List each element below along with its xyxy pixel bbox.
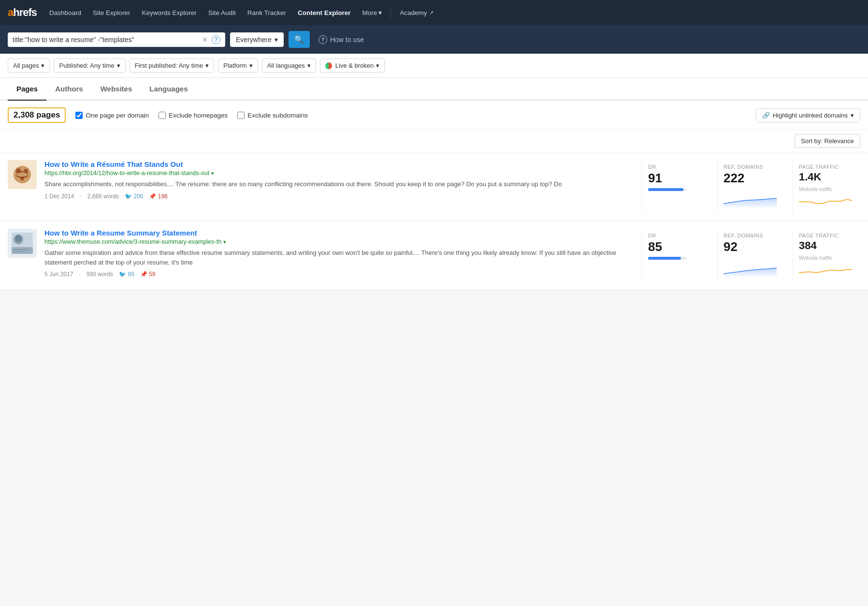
tab-languages[interactable]: Languages [141, 78, 196, 101]
page-traffic-chart-2 [799, 261, 852, 278]
chevron-down-icon: ▾ [376, 62, 379, 69]
result-desc-1: Share accomplishments, not responsibilit… [44, 179, 634, 189]
svg-point-10 [15, 235, 22, 242]
location-label: Everywhere [236, 36, 272, 44]
exclude-subdomains-label: Exclude subdomains [247, 112, 308, 119]
svg-rect-13 [14, 251, 23, 252]
location-dropdown[interactable]: Everywhere ▾ [230, 32, 284, 47]
help-icon[interactable]: ? [212, 35, 220, 44]
ref-domains-value-2: 92 [723, 240, 779, 253]
filter-languages[interactable]: All languages ▾ [262, 59, 316, 73]
nav-divider [391, 7, 391, 18]
how-to-use-link[interactable]: ? How to use [318, 35, 364, 44]
result-url-text-2[interactable]: https://www.themuse.com/advice/3-resume-… [44, 238, 221, 245]
highlight-label: Highlight unlinked domains [773, 112, 848, 119]
nav-content-explorer[interactable]: Content Explorer [293, 6, 356, 19]
website-traffic-label-2: Website traffic [799, 255, 854, 261]
pages-count: 2,308 pages [8, 107, 66, 123]
sort-button[interactable]: Sort by: Relevance [795, 134, 860, 148]
result-meta-1: 1 Dec 2014 · 2,666 words 🐦 206 📌 196 [44, 193, 634, 200]
clear-icon[interactable]: ✕ [202, 36, 208, 44]
ref-domains-metric-2: Ref. domains 92 [717, 229, 785, 281]
exclude-subdomains-checkbox[interactable] [237, 112, 245, 119]
ref-domains-label-2: Ref. domains [723, 233, 779, 238]
nav-site-explorer[interactable]: Site Explorer [88, 6, 135, 19]
filter-all-pages[interactable]: All pages ▾ [8, 59, 50, 73]
thumbnail-image-2 [8, 229, 37, 258]
tab-authors[interactable]: Authors [46, 78, 92, 101]
filter-live-broken[interactable]: Live & broken ▾ [320, 59, 385, 73]
nav-dashboard[interactable]: Dashboard [44, 6, 86, 19]
svg-point-1 [14, 166, 31, 183]
svg-rect-12 [14, 249, 28, 250]
result-twitter-2[interactable]: 🐦 89 [119, 271, 134, 278]
ref-domains-value-1: 222 [723, 172, 779, 184]
chevron-down-icon: ▾ [851, 112, 854, 119]
url-dropdown-icon-1[interactable]: ▾ [211, 170, 214, 177]
result-pinterest-2[interactable]: 📌 59 [140, 271, 156, 278]
search-button[interactable]: 🔍 [289, 31, 310, 48]
tab-websites[interactable]: Websites [92, 78, 141, 101]
dr-label-1: DR [648, 164, 704, 170]
dr-bar-container-2 [648, 257, 687, 260]
dr-metric-2: DR 85 [642, 229, 709, 281]
one-per-domain-checkbox-wrap[interactable]: One page per domain [75, 112, 149, 119]
result-pinterest-1[interactable]: 📌 196 [149, 193, 167, 200]
highlight-unlinked-button[interactable]: 🔗 Highlight unlinked domains ▾ [756, 108, 860, 122]
dr-label-2: DR [648, 233, 704, 238]
url-dropdown-icon-2[interactable]: ▾ [223, 239, 226, 245]
result-title-2[interactable]: How to Write a Resume Summary Statement [44, 229, 634, 237]
page-traffic-value-1: 1.4K [799, 172, 854, 182]
exclude-homepages-checkbox[interactable] [159, 112, 166, 119]
dr-value-1: 91 [648, 172, 704, 184]
dr-bar-2 [648, 257, 681, 260]
highlight-icon: 🔗 [762, 112, 770, 119]
nav-more[interactable]: More▾ [358, 6, 387, 19]
nav-rank-tracker[interactable]: Rank Tracker [243, 6, 291, 19]
chevron-down-icon: ▾ [117, 62, 120, 69]
chevron-down-icon: ▾ [41, 62, 44, 69]
ref-domains-label-1: Ref. domains [723, 164, 779, 170]
external-link-icon: ↗ [429, 10, 434, 16]
how-to-use-label: How to use [330, 36, 364, 44]
page-traffic-metric-2: Page traffic 384 Website traffic [793, 229, 860, 281]
result-words-2: 990 words [87, 271, 113, 278]
result-twitter-1[interactable]: 🐦 206 [125, 193, 143, 200]
result-separator-2: · [79, 271, 80, 278]
search-icon: 🔍 [294, 35, 304, 44]
nav-keywords-explorer[interactable]: Keywords Explorer [137, 6, 201, 19]
page-traffic-metric-1: Page traffic 1.4K Website traffic [793, 160, 860, 213]
search-input-wrap: ✕ ? [8, 32, 225, 47]
dr-metric-1: DR 91 [642, 160, 709, 213]
result-title-1[interactable]: How to Write a Résumé That Stands Out [44, 160, 634, 168]
help-circle-icon: ? [318, 35, 327, 44]
thumbnail-image-1 [8, 160, 37, 189]
website-traffic-label-1: Website traffic [799, 186, 854, 192]
chevron-down-icon: ▾ [378, 9, 382, 16]
exclude-homepages-label: Exclude homepages [169, 112, 228, 119]
result-url-1: https://hbr.org/2014/12/how-to-write-a-r… [44, 170, 634, 177]
filter-first-published[interactable]: First published: Any time ▾ [130, 59, 215, 73]
dr-bar-1 [648, 188, 683, 191]
exclude-homepages-checkbox-wrap[interactable]: Exclude homepages [159, 112, 228, 119]
result-url-2: https://www.themuse.com/advice/3-resume-… [44, 238, 634, 245]
chevron-down-icon: ▾ [205, 62, 209, 69]
top-navigation: ahrefs Dashboard Site Explorer Keywords … [0, 0, 868, 25]
one-per-domain-checkbox[interactable] [75, 112, 83, 119]
result-url-text-1[interactable]: https://hbr.org/2014/12/how-to-write-a-r… [44, 170, 209, 177]
result-separator-1: · [80, 193, 81, 200]
tab-pages[interactable]: Pages [8, 78, 46, 101]
search-input[interactable] [13, 36, 198, 44]
result-item-2: How to Write a Resume Summary Statement … [0, 221, 868, 290]
result-words-1: 2,666 words [87, 193, 119, 200]
nav-site-audit[interactable]: Site Audit [203, 6, 241, 19]
result-date-1: 1 Dec 2014 [44, 193, 74, 200]
filter-published[interactable]: Published: Any time ▾ [54, 59, 125, 73]
page-traffic-label-2: Page traffic [799, 233, 854, 238]
logo[interactable]: ahrefs [8, 6, 37, 19]
filter-platform[interactable]: Platform ▾ [218, 59, 258, 73]
result-meta-2: 5 Jun 2017 · 990 words 🐦 89 📌 59 [44, 271, 634, 278]
main-content: Pages Authors Websites Languages 2,308 p… [0, 78, 868, 290]
exclude-subdomains-checkbox-wrap[interactable]: Exclude subdomains [237, 112, 308, 119]
nav-academy[interactable]: Academy↗ [395, 6, 438, 19]
